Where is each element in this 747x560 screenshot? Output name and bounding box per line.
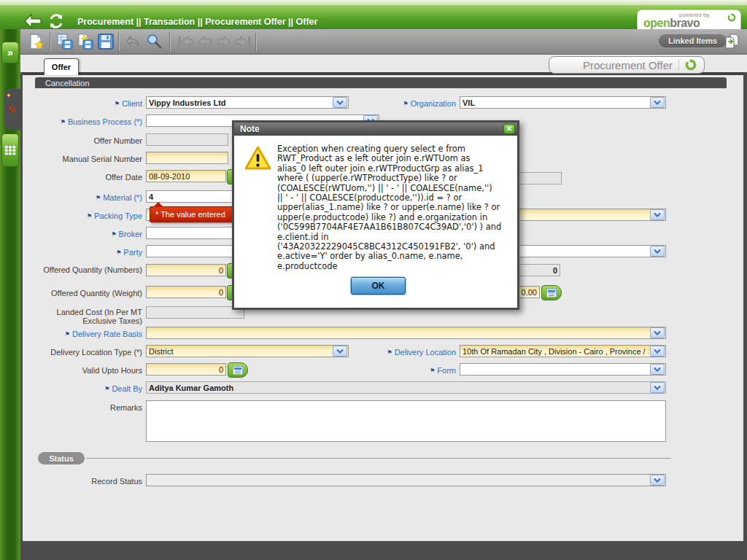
link-icon: ⚑ xyxy=(65,331,70,338)
client-select[interactable]: Vippy Industries Ltd xyxy=(146,96,349,109)
packing-type-label: ⚑Packing Type xyxy=(29,211,142,221)
chevron-down-icon[interactable] xyxy=(650,97,665,108)
title-divider xyxy=(678,59,679,71)
link-icon: ⚑ xyxy=(104,386,109,392)
link-icon: ⚑ xyxy=(87,213,92,219)
search-icon xyxy=(146,34,162,50)
landed-cost-input xyxy=(146,306,244,319)
offered-quantity-weight-label: Offered Quantity (Weight) xyxy=(29,289,142,298)
chevron-down-icon[interactable] xyxy=(650,364,665,375)
section-status: Status xyxy=(38,452,85,464)
form-view-tab[interactable]: ✎ ✦ xyxy=(4,89,20,130)
organization-label: ⚑Organization xyxy=(343,99,456,109)
manual-serial-number-input[interactable] xyxy=(146,152,228,164)
brand-bravo: bravo xyxy=(670,17,700,29)
chevron-down-icon[interactable] xyxy=(650,346,665,357)
link-icon: ⚑ xyxy=(115,101,120,107)
offer-number-input xyxy=(146,133,228,146)
record-status-select[interactable] xyxy=(146,474,666,486)
delivery-location-type-label: Delivery Location Type (*) xyxy=(29,348,142,357)
previous-record-icon xyxy=(197,35,213,48)
calculator-icon[interactable] xyxy=(228,362,248,378)
delivery-location-select[interactable]: 10th Of Ramadan City , Division - Cairo … xyxy=(460,345,666,357)
link-icon: ⚑ xyxy=(430,368,435,374)
openbravo-spiral-icon xyxy=(685,59,697,71)
window-title-tab: Procurement Offer xyxy=(549,56,705,74)
toolbar-separator xyxy=(118,32,119,51)
undo-icon xyxy=(125,34,142,49)
save-row-icon xyxy=(57,34,73,50)
content-frame-bottom xyxy=(20,541,747,560)
expand-menu-button[interactable]: » xyxy=(1,42,19,63)
first-record-icon xyxy=(177,35,195,48)
linked-items-button[interactable]: Linked Items xyxy=(659,34,727,47)
status-divider-line xyxy=(86,458,671,459)
organization-select[interactable]: VIL xyxy=(460,96,666,109)
save-new-icon xyxy=(77,34,93,50)
dialog-message: Exception when creating query select e f… xyxy=(277,144,515,271)
chevron-down-icon[interactable] xyxy=(650,382,665,393)
link-icon: ⚑ xyxy=(111,231,116,238)
grid-view-button[interactable] xyxy=(1,133,19,167)
new-record-icon xyxy=(28,34,44,50)
next-record-button[interactable] xyxy=(214,33,233,50)
valid-upto-hours-input[interactable]: 0 xyxy=(146,363,226,376)
form-label: ⚑Form xyxy=(343,366,456,376)
client-label: ⚑Client xyxy=(29,99,142,109)
first-record-button[interactable] xyxy=(177,33,196,50)
openbravo-spiral-icon xyxy=(727,13,736,22)
remarks-textarea[interactable] xyxy=(146,400,666,442)
offered-quantity-weight-input[interactable]: 0 xyxy=(146,286,226,298)
tab-offer[interactable]: Offer xyxy=(44,58,79,75)
dialog-title: Note xyxy=(240,124,260,134)
grid-icon xyxy=(4,145,16,155)
refresh-icon xyxy=(48,13,64,29)
toolbar-separator xyxy=(169,32,170,51)
last-record-button[interactable] xyxy=(233,33,252,50)
content-frame-right xyxy=(743,72,747,541)
landed-cost-label: Landed Cost (In Per MT Exclusive Taxes) xyxy=(29,308,142,325)
window-title: Procurement Offer xyxy=(583,59,673,71)
top-navigation-bar: Procurement || Transaction || Procuremen… xyxy=(0,5,747,29)
delivery-rate-basis-select[interactable] xyxy=(146,327,666,339)
dealt-by-label: ⚑Dealt By xyxy=(29,384,142,394)
toolbar-separator xyxy=(255,32,256,51)
new-record-button[interactable] xyxy=(26,33,45,50)
save-button[interactable] xyxy=(96,33,115,50)
refresh-button[interactable] xyxy=(47,12,66,31)
dialog-close-button[interactable]: ✕ xyxy=(503,124,515,134)
manual-serial-number-label: Manual Serial Number xyxy=(29,155,142,163)
back-button[interactable] xyxy=(23,12,42,31)
back-arrow-icon xyxy=(24,14,42,28)
attachment-button[interactable] xyxy=(723,32,742,50)
link-icon: ⚑ xyxy=(116,249,121,256)
undo-button[interactable] xyxy=(124,33,143,50)
search-button[interactable] xyxy=(144,33,163,50)
chevron-down-icon[interactable] xyxy=(650,327,665,338)
chevron-down-icon[interactable] xyxy=(650,246,665,257)
delivery-location-type-select[interactable]: District xyxy=(146,345,349,357)
linked-documents-icon xyxy=(724,32,741,50)
offer-date-input[interactable]: 08-09-2010 xyxy=(146,170,226,182)
content-frame-left xyxy=(20,72,23,541)
save-row-button[interactable] xyxy=(55,33,74,50)
ok-button[interactable]: OK xyxy=(351,277,406,295)
chevron-down-icon[interactable] xyxy=(650,475,665,486)
save-new-button[interactable] xyxy=(76,33,95,50)
offered-quantity-numbers-input[interactable]: 0 xyxy=(146,264,226,276)
offered-quantity-numbers-label: Offered Quantity (Numbers) xyxy=(29,265,142,274)
dialog-title-bar[interactable]: Note xyxy=(234,122,517,136)
calculator-icon[interactable] xyxy=(541,285,562,300)
link-icon: ⚑ xyxy=(387,349,392,356)
next-record-icon xyxy=(216,35,232,48)
chevron-down-icon[interactable] xyxy=(650,209,665,220)
remarks-label: Remarks xyxy=(29,403,142,412)
section-cancellation: Cancellation xyxy=(35,77,727,88)
edit-pencil-icon: ✎ xyxy=(7,103,17,117)
previous-record-button[interactable] xyxy=(196,33,214,50)
form-select[interactable] xyxy=(460,363,666,376)
last-record-icon xyxy=(234,35,252,48)
record-status-label: Record Status xyxy=(29,477,142,486)
note-dialog: Note ✕ Exception when creating query sel… xyxy=(232,120,519,310)
dealt-by-select[interactable]: Aditya Kumar Gamoth xyxy=(146,381,666,394)
